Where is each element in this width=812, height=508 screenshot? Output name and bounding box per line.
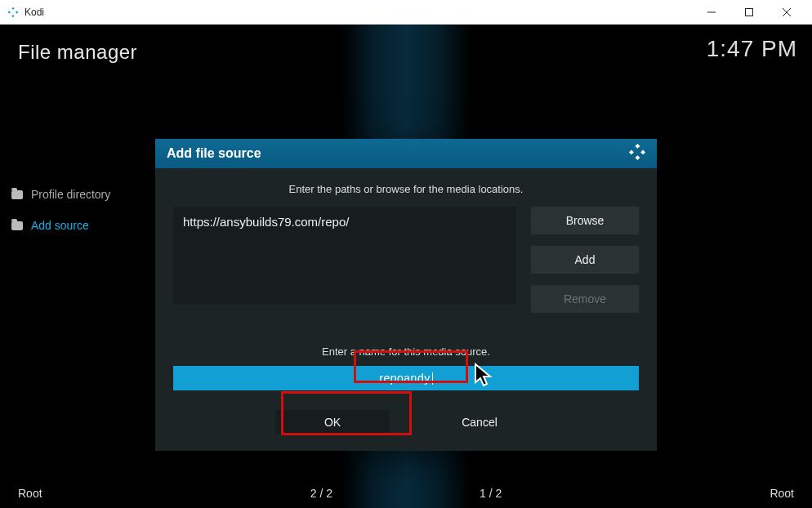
kodi-logo-icon (7, 6, 20, 19)
source-name-input[interactable]: repoandy (173, 366, 639, 390)
cursor-icon (474, 363, 497, 392)
footer-left: Root (18, 487, 42, 500)
text-caret (432, 372, 433, 385)
folder-icon (11, 221, 23, 230)
file-source-list: Profile directory Add source (11, 188, 110, 250)
window-titlebar: Kodi (0, 0, 812, 25)
svg-rect-0 (11, 7, 14, 10)
svg-rect-3 (11, 15, 14, 17)
ok-button[interactable]: OK (275, 410, 390, 434)
kodi-app: File manager 1:47 PM Profile directory A… (0, 25, 812, 508)
window-minimize-button[interactable] (693, 0, 730, 25)
svg-rect-10 (640, 149, 645, 154)
dialog-titlebar: Add file source (155, 139, 657, 168)
svg-rect-9 (629, 149, 634, 154)
window-close-button[interactable] (768, 0, 805, 25)
page-title: File manager (18, 41, 137, 64)
svg-rect-2 (16, 11, 18, 13)
path-input[interactable]: https://ansybuilds79.com/repo/ (173, 207, 516, 305)
status-bar: Root 2 / 2 1 / 2 Root (0, 487, 812, 500)
folder-icon (11, 190, 23, 199)
svg-rect-5 (746, 9, 753, 16)
svg-rect-1 (8, 11, 11, 13)
list-item-label: Profile directory (31, 188, 110, 201)
footer-count-right: 1 / 2 (480, 487, 502, 500)
footer-count-left: 2 / 2 (310, 487, 332, 500)
add-file-source-dialog: Add file source Enter the paths or brows… (155, 139, 657, 451)
path-value: https://ansybuilds79.com/repo/ (183, 215, 349, 229)
svg-rect-11 (635, 155, 640, 160)
list-item-label: Add source (31, 219, 89, 232)
window-maximize-button[interactable] (730, 0, 768, 25)
name-prompt: Enter a name for this media source. (173, 345, 639, 358)
remove-button: Remove (531, 285, 639, 313)
dialog-title: Add file source (167, 146, 261, 161)
svg-rect-8 (635, 144, 640, 149)
footer-right: Root (770, 487, 794, 500)
add-button[interactable]: Add (531, 246, 639, 274)
paths-prompt: Enter the paths or browse for the media … (173, 183, 639, 195)
source-name-value: repoandy (379, 372, 430, 385)
list-item-profile-directory[interactable]: Profile directory (11, 188, 110, 201)
window-title: Kodi (25, 7, 44, 18)
browse-button[interactable]: Browse (531, 207, 639, 234)
cancel-button[interactable]: Cancel (422, 410, 537, 434)
list-item-add-source[interactable]: Add source (11, 219, 110, 232)
clock: 1:47 PM (707, 36, 797, 62)
kodi-logo-icon (629, 144, 645, 163)
